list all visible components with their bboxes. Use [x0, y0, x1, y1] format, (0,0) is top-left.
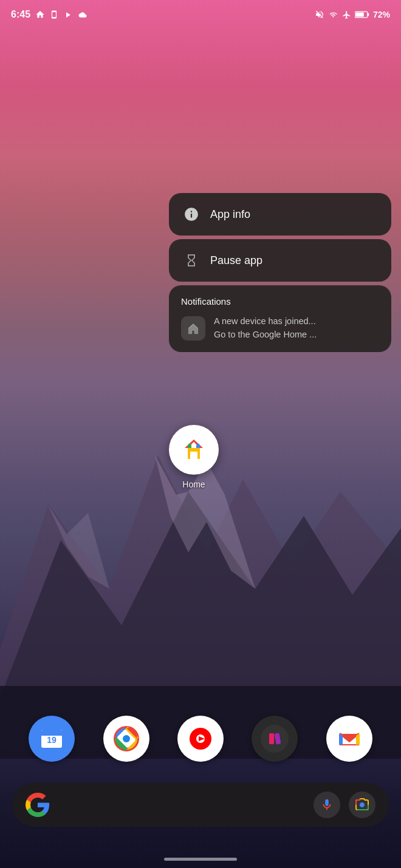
- notification-line-2: Go to the Google Home ...: [214, 328, 317, 341]
- google-g-logo: [26, 793, 50, 817]
- svg-text:19: 19: [47, 735, 57, 745]
- status-right: 72%: [315, 10, 390, 19]
- svg-rect-6: [368, 13, 369, 16]
- app-info-menu-item[interactable]: App info: [169, 193, 391, 236]
- wifi-icon: [328, 11, 338, 19]
- lens-search-button[interactable]: [349, 792, 375, 818]
- battery-percent: 72%: [373, 10, 390, 19]
- notification-text: A new device has joined... Go to the Goo…: [214, 315, 317, 341]
- chrome-app-icon[interactable]: [103, 716, 149, 762]
- cloud-icon: [77, 11, 88, 19]
- home-icon: [35, 10, 45, 19]
- mountain-illustration: [0, 334, 401, 759]
- context-menu: App info Pause app Notifications: [169, 193, 391, 352]
- status-left: 6:45: [11, 9, 88, 20]
- play-icon: [63, 10, 72, 19]
- mute-icon: [315, 10, 324, 19]
- screen-icon: [50, 10, 58, 19]
- pause-app-menu-item[interactable]: Pause app: [169, 239, 391, 282]
- search-bar[interactable]: [12, 783, 389, 827]
- youtube-music-app-icon[interactable]: [177, 716, 224, 762]
- dock-row: 19: [0, 716, 401, 762]
- svg-rect-8: [190, 452, 197, 459]
- home-app-icon-container[interactable]: Home: [169, 425, 219, 489]
- home-app-icon[interactable]: [169, 425, 219, 475]
- notification-panel: Notifications A new device has joined...…: [169, 285, 391, 352]
- svg-rect-23: [269, 733, 274, 744]
- notification-item[interactable]: A new device has joined... Go to the Goo…: [181, 315, 379, 341]
- status-bar: 6:45 72%: [0, 0, 401, 29]
- svg-point-17: [123, 735, 130, 742]
- voice-search-button[interactable]: [314, 792, 340, 818]
- info-circle-icon: [183, 206, 199, 222]
- airplane-icon: [342, 10, 351, 19]
- app-info-label: App info: [210, 208, 250, 221]
- home-indicator: [164, 858, 237, 861]
- status-time: 6:45: [11, 9, 30, 20]
- hourglass-icon: [183, 253, 199, 268]
- battery-icon: [355, 10, 369, 19]
- android-app-icon[interactable]: [252, 716, 298, 762]
- svg-rect-7: [355, 12, 364, 16]
- notification-line-1: A new device has joined...: [214, 315, 317, 327]
- search-right-icons: [314, 792, 375, 818]
- home-app-label: Home: [182, 480, 205, 489]
- calendar-app-icon[interactable]: 19: [29, 716, 75, 762]
- svg-point-22: [261, 725, 289, 753]
- gmail-app-icon[interactable]: [326, 716, 372, 762]
- google-home-notification-icon: [181, 316, 205, 341]
- notification-header: Notifications: [181, 296, 379, 307]
- pause-app-label: Pause app: [210, 254, 262, 267]
- mic-icon: [320, 798, 334, 812]
- camera-icon: [355, 798, 369, 812]
